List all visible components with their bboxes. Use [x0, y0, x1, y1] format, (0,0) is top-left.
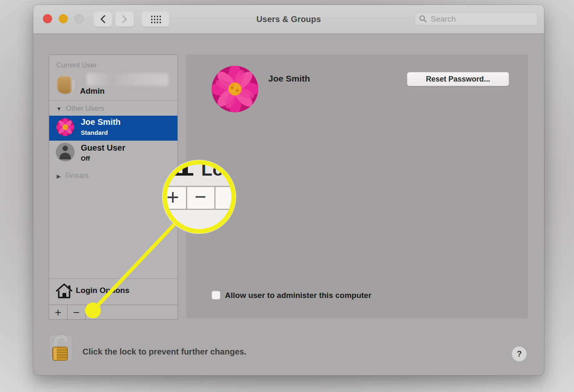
add-remove-toolbar: + − — [49, 305, 177, 320]
remove-user-button[interactable]: − — [67, 305, 86, 320]
guest-avatar-icon — [56, 143, 75, 161]
user-detail-panel: Joe Smith Reset Password... Allow user t… — [186, 55, 528, 318]
titlebar: Users & Groups — [33, 5, 544, 34]
disclosure-down-icon[interactable]: ▼ — [56, 106, 62, 112]
disclosure-right-icon[interactable]: ▶ — [57, 173, 61, 179]
current-user-header: Current User — [56, 61, 97, 69]
blurred-user-name — [87, 73, 168, 86]
sidebar-item-guest-user[interactable]: Guest User Off — [49, 141, 177, 166]
user-list-sidebar: Current User Admin ▼ Other Users — [49, 55, 178, 320]
blurred-avatar-image — [57, 76, 71, 94]
other-users-header: Other Users — [66, 104, 104, 113]
users-groups-window: Users & Groups Current User Admin ▼ Othe… — [33, 5, 544, 375]
home-icon — [55, 283, 73, 299]
reset-password-button[interactable]: Reset Password... — [407, 72, 509, 86]
flower-avatar-icon — [56, 118, 74, 136]
lock-message: Click the lock to prevent further change… — [82, 347, 246, 357]
selected-user-avatar[interactable] — [212, 66, 258, 112]
user-name: Joe Smith — [81, 117, 121, 127]
search-icon — [419, 15, 427, 23]
help-button[interactable]: ? — [512, 346, 527, 362]
add-user-button[interactable]: + — [49, 305, 67, 320]
unlocked-lock-icon[interactable] — [49, 335, 73, 362]
current-user-role: Admin — [80, 87, 105, 96]
search-input[interactable] — [430, 12, 536, 26]
flower-avatar-image — [212, 66, 258, 112]
allow-admin-label: Allow user to administer this computer — [225, 291, 433, 300]
sidebar-item-login-options[interactable]: Login Options — [49, 279, 177, 305]
sidebar-item-joe-smith[interactable]: Joe Smith Standard — [49, 116, 177, 141]
sidebar-divider — [49, 100, 177, 101]
allow-admin-checkbox[interactable] — [212, 291, 220, 300]
search-field[interactable] — [415, 12, 537, 25]
user-role: Standard — [81, 129, 108, 136]
login-options-label: Login Options — [76, 286, 130, 295]
selected-user-name: Joe Smith — [268, 74, 310, 84]
sidebar-item-groups[interactable]: Groups — [65, 171, 89, 180]
user-role: Off — [81, 155, 90, 162]
user-name: Guest User — [81, 143, 125, 153]
current-user-avatar — [56, 75, 75, 94]
screenshot-page: Users & Groups Current User Admin ▼ Othe… — [0, 0, 574, 392]
